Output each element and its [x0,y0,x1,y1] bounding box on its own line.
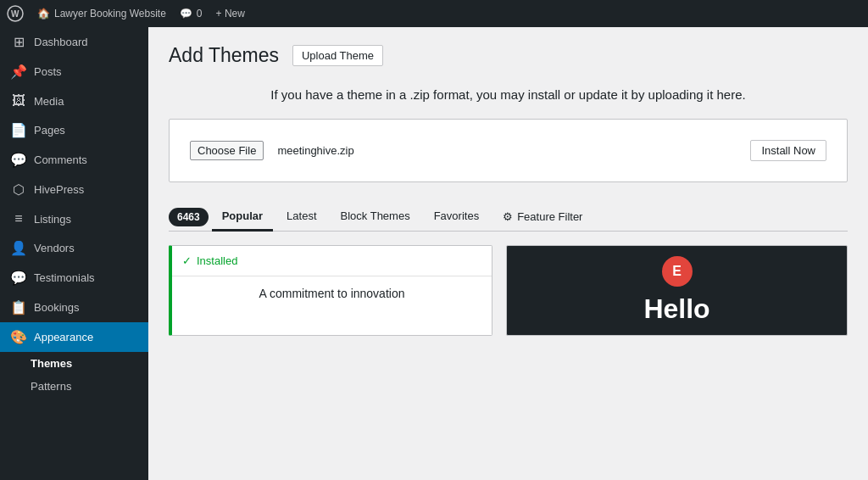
comments-count: 0 [197,8,203,20]
elementor-letter: E [672,264,682,279]
sidebar: ⊞ Dashboard 📌 Posts 🖼 Media 📄 Pages 💬 Co… [0,27,148,480]
installed-label: Installed [197,254,237,267]
sidebar-item-listings[interactable]: ≡ Listings [0,204,148,233]
main-content: Add Themes Upload Theme If you have a th… [148,27,868,480]
hello-text: Hello [643,293,709,325]
sidebar-label-posts: Posts [34,65,62,78]
sidebar-item-vendors[interactable]: 👤 Vendors [0,233,148,263]
theme-card-hello: E Hello [506,245,848,336]
sidebar-item-comments[interactable]: 💬 Comments [0,145,148,175]
themes-label: Themes [31,357,72,370]
tabs-bar: 6463 Popular Latest Block Themes Favorit… [169,203,848,232]
sidebar-item-media[interactable]: 🖼 Media [0,87,148,115]
new-item[interactable]: + New [216,8,245,20]
pages-icon: 📄 [10,122,27,138]
dashboard-icon: ⊞ [10,34,27,50]
sidebar-label-pages: Pages [34,124,65,137]
sidebar-label-dashboard: Dashboard [34,36,88,48]
checkmark-icon: ✓ [182,254,192,267]
media-icon: 🖼 [10,93,27,109]
svg-text:W: W [11,9,19,19]
hivepress-icon: ⬡ [10,181,27,198]
tab-latest[interactable]: Latest [276,203,326,232]
comments-item[interactable]: 💬 0 [180,8,203,20]
testimonials-icon: 💬 [10,270,27,286]
sidebar-label-listings: Listings [34,213,71,226]
sidebar-item-appearance[interactable]: 🎨 Appearance [0,322,148,352]
tab-block-themes[interactable]: Block Themes [331,203,420,232]
tab-feature-filter[interactable]: ⚙ Feature Filter [492,204,593,230]
sidebar-item-testimonials[interactable]: 💬 Testimonials [0,263,148,293]
tab-favorites[interactable]: Favorites [424,203,489,232]
sidebar-label-hivepress: HivePress [34,183,84,196]
sidebar-sub-themes[interactable]: Themes [0,352,148,375]
wp-logo-icon: W [7,5,24,22]
wp-logo-item[interactable]: W [7,5,24,22]
site-name: Lawyer Booking Website [54,8,166,20]
themes-grid: ✓ Installed A commitment to innovation E… [169,245,848,336]
sidebar-item-hivepress[interactable]: ⬡ HivePress [0,175,148,204]
patterns-label: Patterns [31,380,71,393]
house-icon: 🏠 [37,8,50,20]
sidebar-label-appearance: Appearance [34,331,93,343]
tab-count-badge[interactable]: 6463 [169,208,209,226]
sidebar-label-testimonials: Testimonials [34,271,95,284]
upload-theme-button[interactable]: Upload Theme [292,45,383,66]
file-upload-area: Choose File meetinghive.zip Install Now [169,119,848,182]
file-name: meetinghive.zip [277,144,353,157]
page-title: Add Themes [169,44,279,67]
sidebar-item-dashboard[interactable]: ⊞ Dashboard [0,27,148,57]
comment-icon: 💬 [180,8,192,20]
theme-card-installed: ✓ Installed A commitment to innovation [169,245,492,336]
bookings-icon: 📋 [10,299,27,315]
gear-icon: ⚙ [503,210,513,223]
sidebar-label-media: Media [34,95,64,108]
tab-popular[interactable]: Popular [212,203,273,232]
new-label: + New [216,8,245,20]
info-text: If you have a theme in a .zip format, yo… [169,87,848,102]
installed-badge: ✓ Installed [172,246,492,276]
sidebar-label-comments: Comments [34,153,87,166]
sidebar-item-bookings[interactable]: 📋 Bookings [0,293,148,322]
page-header: Add Themes Upload Theme [169,44,848,67]
top-bar: W 🏠 Lawyer Booking Website 💬 0 + New [0,0,868,27]
sidebar-item-posts[interactable]: 📌 Posts [0,57,148,87]
vendors-icon: 👤 [10,240,27,256]
layout: ⊞ Dashboard 📌 Posts 🖼 Media 📄 Pages 💬 Co… [0,27,868,480]
comments-icon: 💬 [10,152,27,168]
sidebar-sub-patterns[interactable]: Patterns [0,375,148,398]
sidebar-label-vendors: Vendors [34,242,75,254]
posts-icon: 📌 [10,64,27,80]
elementor-badge: E [662,256,693,287]
sidebar-item-pages[interactable]: 📄 Pages [0,115,148,145]
listings-icon: ≡ [10,211,27,226]
feature-filter-label: Feature Filter [517,210,582,223]
install-now-button[interactable]: Install Now [750,140,826,161]
appearance-icon: 🎨 [10,329,27,345]
choose-file-button[interactable]: Choose File [190,141,264,160]
sidebar-label-bookings: Bookings [34,301,79,314]
site-name-item[interactable]: 🏠 Lawyer Booking Website [37,8,166,20]
theme-card-description: A commitment to innovation [172,276,492,310]
